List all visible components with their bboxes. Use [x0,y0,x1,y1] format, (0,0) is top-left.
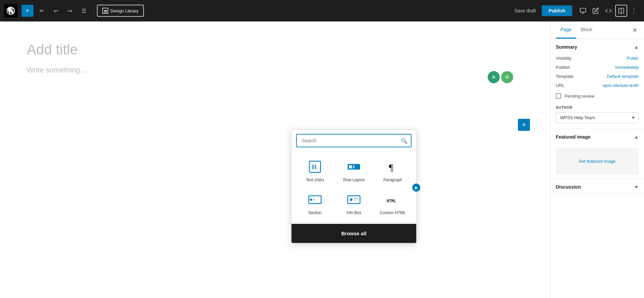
discussion-title: Discussion [556,184,581,190]
template-row: Template Default template [550,72,644,81]
editor-title[interactable]: Add title [27,42,523,58]
block-search-section: 🔍 [291,130,416,151]
block-item-section[interactable]: Section [296,188,334,219]
browse-all-button[interactable]: Browse all [296,229,412,238]
paragraph-icon: ¶ [385,159,401,175]
discussion-section: Discussion ▼ [550,179,644,194]
author-section: AUTHOR WPSS Help Team [550,102,644,129]
url-label: URL [556,83,565,88]
block-item-text-adv[interactable]: H Text (Adv) [296,155,334,186]
close-sidebar-button[interactable]: ✕ [631,22,639,38]
paragraph-label: Paragraph [383,178,402,182]
block-item-custom-html[interactable]: HTML Custom HTML [374,188,412,219]
tab-page[interactable]: Page [556,21,576,39]
split-view-icon[interactable] [615,5,627,17]
editor-area[interactable]: G G Add title Write something... + 🔍 [0,21,550,298]
featured-image-toggle-icon: ▲ [634,134,639,140]
summary-section: Summary ▲ Visibility Public Publish Imme… [550,39,644,129]
template-value[interactable]: Default template [607,74,639,79]
section-icon [307,192,323,208]
featured-image-box[interactable]: Set featured image [556,148,639,175]
svg-text:HTML: HTML [387,199,396,203]
wp-logo[interactable] [4,4,17,17]
pending-review-label: Pending review [565,94,594,99]
template-label: Template [556,74,574,79]
toolbar-right-icons: ⋮ [577,5,640,17]
sidebar-tabs: Page Block ✕ [550,21,644,39]
custom-html-icon: HTML [385,192,401,208]
toolbar-divider [93,7,94,15]
svg-point-10 [310,199,312,201]
row-layout-icon [346,159,362,175]
info-box-label: Info Box [346,210,361,215]
text-adv-icon: H [307,159,323,175]
author-select[interactable]: WPSS Help Team [556,112,639,123]
design-library-button[interactable]: ▦ Design Library [97,5,144,17]
featured-image-section: Featured image ▲ Set featured image [550,129,644,179]
more-options-icon[interactable]: ⋮ [628,5,640,17]
publish-row: Publish Immediately [550,63,644,72]
pending-review-row: Pending review [550,90,644,102]
block-popup-footer: Browse all [291,224,416,243]
block-item-row-layout[interactable]: Row Layout [335,155,373,186]
summary-section-header[interactable]: Summary ▲ [550,39,644,54]
svg-rect-11 [313,199,314,201]
editor-body[interactable]: Write something... [27,66,523,74]
right-sidebar: Page Block ✕ Summary ▲ Visibility Public… [550,21,644,298]
svg-rect-15 [354,198,358,199]
text-adv-label: Text (Adv) [306,178,324,182]
block-picker-popup: 🔍 H Text (Adv) [291,130,417,243]
discussion-section-header[interactable]: Discussion ▼ [550,179,644,194]
featured-image-header[interactable]: Featured image ▲ [550,129,644,144]
edit-button[interactable]: ✏ [36,5,48,17]
discussion-toggle-icon: ▼ [634,184,639,190]
redo-button[interactable]: ↪ [64,5,76,17]
toolbar: + ✏ ↩ ↪ ☰ ▦ Design Library Save draft Pu… [0,0,644,21]
svg-rect-0 [580,8,586,12]
set-featured-image-label[interactable]: Set featured image [579,159,616,164]
block-grid: H Text (Adv) Row Layout [291,151,416,224]
summary-toggle-icon: ▲ [634,44,639,50]
list-view-button[interactable]: ☰ [78,5,90,17]
svg-text:¶: ¶ [389,162,393,173]
avatar-2: G [501,71,513,83]
info-box-icon: i [346,192,362,208]
visibility-value[interactable]: Public [627,56,639,61]
edit-post-icon[interactable] [590,5,602,17]
url-value[interactable]: wpss.site/auto-draft/ [603,83,639,88]
editor-avatars: G G [488,71,513,83]
summary-title: Summary [556,44,577,50]
featured-image-title: Featured image [556,134,590,140]
publish-button[interactable]: Publish [542,5,572,16]
svg-text:H: H [312,164,317,170]
section-label: Section [308,210,322,215]
tab-block[interactable]: Block [576,21,597,39]
visibility-label: Visibility [556,56,572,61]
block-grid-next-arrow[interactable]: ▶ [412,184,420,192]
block-item-info-box[interactable]: i Info Box [335,188,373,219]
add-block-button[interactable]: + [21,5,34,17]
row-layout-label: Row Layout [343,178,364,182]
visibility-row: Visibility Public [550,54,644,63]
svg-rect-6 [349,165,352,168]
publish-row-label: Publish [556,65,570,70]
save-draft-button[interactable]: Save draft [511,6,540,15]
main-area: G G Add title Write something... + 🔍 [0,21,644,298]
design-library-label: Design Library [110,8,139,13]
svg-text:i: i [350,198,351,201]
design-library-icon: ▦ [102,8,108,14]
pending-review-checkbox[interactable] [556,93,561,99]
block-item-paragraph[interactable]: ¶ Paragraph [374,155,412,186]
author-label: AUTHOR [556,105,639,109]
svg-rect-16 [354,200,357,201]
block-search-input[interactable] [296,134,412,147]
add-block-floating-button[interactable]: + [518,119,530,131]
url-row: URL wpss.site/auto-draft/ [550,81,644,90]
publish-row-value[interactable]: Immediately [615,65,639,70]
undo-button[interactable]: ↩ [50,5,62,17]
svg-rect-7 [353,165,354,168]
code-view-icon[interactable] [602,5,614,17]
avatar-1: G [488,71,500,83]
custom-html-label: Custom HTML [380,210,406,215]
desktop-view-icon[interactable] [577,5,589,17]
